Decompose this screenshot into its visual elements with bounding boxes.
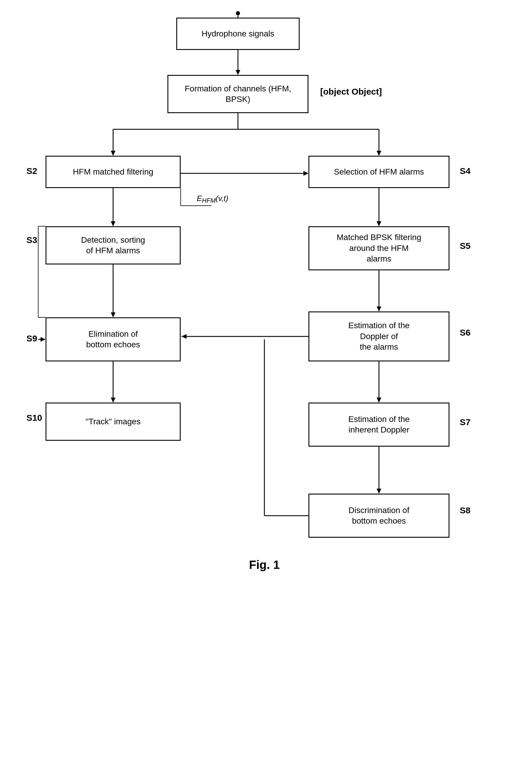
figure-label: Fig. 1: [206, 558, 323, 572]
track-box: "Track" images: [45, 403, 181, 441]
track-label: "Track" images: [86, 416, 141, 427]
hydrophone-box: Hydrophone signals: [176, 17, 300, 50]
svg-marker-28: [377, 489, 381, 494]
inherent-doppler-box: Estimation of theinherent Doppler: [309, 403, 449, 447]
arrows-svg: [0, 0, 532, 764]
discrimination-label: Discrimination ofbottom echoes: [349, 505, 409, 527]
step-S4: S4: [460, 166, 470, 176]
formation-label: Formation of channels (HFM, BPSK): [171, 83, 304, 105]
svg-marker-37: [111, 398, 116, 403]
svg-point-0: [236, 11, 240, 15]
svg-marker-2: [236, 70, 240, 75]
detection-box: Detection, sortingof HFM alarms: [45, 226, 181, 264]
bpsk-filter-box: Matched BPSK filteringaround the HFMalar…: [309, 226, 449, 270]
step-S10: S10: [27, 413, 42, 423]
step-S7: S7: [460, 417, 470, 427]
discrimination-box: Discrimination ofbottom echoes: [309, 494, 449, 538]
doppler-alarms-box: Estimation of theDoppler ofthe alarms: [309, 312, 449, 361]
svg-marker-19: [377, 221, 381, 226]
bpsk-filter-label: Matched BPSK filteringaround the HFMalar…: [337, 232, 421, 264]
step-S8: S8: [460, 505, 470, 516]
svg-marker-23: [181, 334, 187, 339]
elimination-label: Elimination ofbottom echoes: [86, 329, 140, 350]
inherent-doppler-label: Estimation of theinherent Doppler: [349, 414, 410, 436]
formula-label: EHFM(v,t): [197, 194, 228, 205]
step-S6: S6: [460, 328, 470, 338]
svg-marker-17: [111, 312, 116, 317]
svg-marker-11: [111, 221, 116, 226]
elimination-box: Elimination ofbottom echoes: [45, 317, 181, 361]
formation-box: Formation of channels (HFM, BPSK): [167, 75, 309, 113]
step-S5: S5: [460, 241, 470, 251]
svg-marker-35: [41, 337, 45, 342]
svg-marker-21: [377, 306, 381, 312]
svg-marker-9: [377, 151, 381, 156]
doppler-alarms-label: Estimation of theDoppler ofthe alarms: [349, 320, 410, 352]
svg-marker-6: [111, 151, 116, 156]
svg-marker-26: [377, 398, 381, 403]
hfm-filter-box: HFM matched filtering: [45, 156, 181, 188]
step-S2: S2: [27, 166, 37, 176]
step-S3: S3: [27, 235, 37, 245]
step-S9: S9: [27, 333, 37, 343]
diagram-container: Hydrophone signals Formation of channels…: [0, 0, 532, 764]
step-S1: [object Object]: [320, 87, 382, 97]
svg-marker-15: [303, 171, 309, 176]
selection-box: Selection of HFM alarms: [309, 156, 449, 188]
detection-label: Detection, sortingof HFM alarms: [81, 235, 145, 256]
